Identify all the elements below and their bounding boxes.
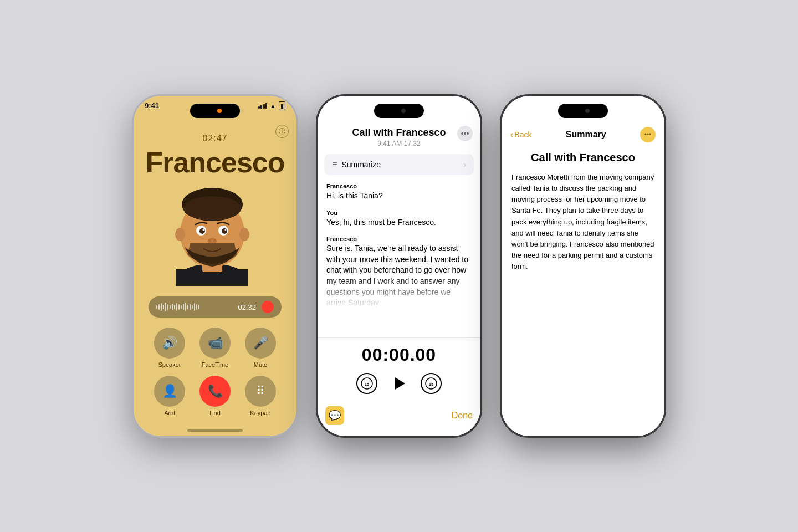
home-indicator-3 bbox=[555, 429, 611, 432]
wifi-icon-1: ▲ bbox=[270, 103, 276, 109]
status-icons-1: ▲ ▮ bbox=[258, 101, 285, 110]
end-btn-circle: 📞 bbox=[200, 376, 231, 407]
back-label: Back bbox=[514, 130, 531, 139]
summarize-left: ≡ Summarize bbox=[332, 160, 381, 170]
phone-1: 9:41 ▲ ▮ ⓘ 02:47 Francesco bbox=[132, 94, 298, 438]
playback-time: 00:00.00 bbox=[362, 345, 436, 365]
mute-label: Mute bbox=[254, 361, 267, 368]
speaker-label: Speaker bbox=[158, 361, 181, 368]
svg-text:15: 15 bbox=[429, 382, 433, 386]
svg-point-15 bbox=[208, 239, 211, 243]
svg-point-5 bbox=[183, 196, 241, 221]
summarize-icon: ≡ bbox=[332, 160, 337, 170]
rec-time: 02:32 bbox=[238, 303, 256, 311]
svg-point-7 bbox=[239, 228, 249, 241]
camera-dot-3 bbox=[585, 109, 590, 113]
back-chevron-icon: ‹ bbox=[510, 130, 513, 140]
signal-bars-3 bbox=[626, 103, 636, 109]
phone-3: 9:41 ▲ ▮ ‹ Back Summary ••• bbox=[500, 94, 666, 438]
wifi-icon-2: ▲ bbox=[454, 103, 460, 109]
svg-point-11 bbox=[222, 228, 227, 234]
speaker-2: You bbox=[326, 209, 472, 216]
done-button[interactable]: Done bbox=[452, 411, 473, 421]
transcript: Francesco Hi, is this Tania? You Yes, hi… bbox=[318, 175, 480, 337]
home-indicator-2 bbox=[371, 429, 427, 432]
forward-button[interactable]: 15 bbox=[421, 373, 442, 394]
transcript-text-1: Hi, is this Tania? bbox=[326, 191, 472, 202]
call-buttons-row1: 🔊 Speaker 📹 FaceTime 🎤 Mute bbox=[152, 328, 278, 368]
svg-point-10 bbox=[200, 228, 205, 234]
status-icons-3: ▲ ▮ bbox=[626, 101, 653, 110]
summary-content: Call with Francesco Francesco Moretti fr… bbox=[502, 142, 664, 436]
status-time-1: 9:41 bbox=[145, 101, 159, 110]
summarize-chevron-icon: › bbox=[463, 160, 466, 169]
keypad-button[interactable]: ⠿ Keypad bbox=[243, 376, 278, 416]
add-button[interactable]: 👤 Add bbox=[152, 376, 187, 416]
back-button[interactable]: ‹ Back bbox=[510, 130, 531, 140]
home-indicator-1 bbox=[187, 429, 243, 432]
svg-point-12 bbox=[203, 229, 204, 231]
avatar-container bbox=[168, 183, 262, 289]
add-btn-circle: 👤 bbox=[154, 376, 185, 407]
svg-point-16 bbox=[213, 239, 217, 243]
phone-1-screen: 9:41 ▲ ▮ ⓘ 02:47 Francesco bbox=[134, 96, 296, 436]
keypad-label: Keypad bbox=[250, 410, 270, 416]
keypad-btn-circle: ⠿ bbox=[245, 376, 276, 407]
caller-name: Francesco bbox=[145, 146, 284, 179]
waveform bbox=[156, 303, 232, 311]
transcript-text-3: Sure is. Tania, we're all ready to assis… bbox=[326, 243, 472, 309]
summary-header-title: Summary bbox=[566, 130, 606, 140]
speaker-button[interactable]: 🔊 Speaker bbox=[152, 328, 187, 368]
phone-2: 9:41 ▲ ▮ Call with Francesco 9:41 AM 17:… bbox=[316, 94, 482, 438]
svg-point-6 bbox=[175, 228, 185, 241]
svg-text:15: 15 bbox=[365, 382, 369, 386]
forward-icon: 15 bbox=[425, 377, 437, 390]
speaker-1: Francesco bbox=[326, 183, 472, 190]
signal-bars-1 bbox=[258, 103, 268, 109]
summary-body-text: Francesco Moretti from the moving compan… bbox=[511, 172, 654, 272]
dynamic-island-2 bbox=[374, 104, 424, 118]
screen-subtitle-2: 9:41 AM 17:32 bbox=[326, 140, 472, 147]
mute-button[interactable]: 🎤 Mute bbox=[243, 328, 278, 368]
status-time-3: 9:41 bbox=[513, 101, 527, 110]
memoji-svg bbox=[168, 183, 257, 286]
transcript-text-2: Yes, hi, this must be Francesco. bbox=[326, 217, 472, 228]
playback-controls: 15 15 bbox=[356, 373, 442, 394]
camera-dot-1 bbox=[217, 109, 222, 113]
battery-icon-1: ▮ bbox=[279, 101, 285, 110]
dynamic-island-3 bbox=[558, 104, 608, 118]
rewind-button[interactable]: 15 bbox=[356, 373, 377, 394]
recording-bar: 02:32 bbox=[149, 296, 282, 318]
mute-btn-circle: 🎤 bbox=[245, 328, 276, 359]
summary-call-title: Call with Francesco bbox=[511, 151, 654, 164]
dynamic-island-1 bbox=[190, 104, 240, 118]
call-timer: 02:47 bbox=[202, 134, 227, 144]
status-icons-2: ▲ ▮ bbox=[442, 101, 469, 110]
play-icon bbox=[395, 377, 405, 390]
call-buttons-row2: 👤 Add 📞 End ⠿ Keypad bbox=[152, 376, 278, 416]
more-button-2[interactable]: ••• bbox=[457, 126, 473, 141]
facetime-button[interactable]: 📹 FaceTime bbox=[197, 328, 233, 368]
more-button-3[interactable]: ••• bbox=[640, 127, 656, 142]
add-label: Add bbox=[164, 410, 175, 416]
facetime-btn-circle: 📹 bbox=[200, 328, 231, 359]
play-button[interactable] bbox=[393, 377, 405, 390]
info-button[interactable]: ⓘ bbox=[275, 125, 289, 138]
phone-3-screen: 9:41 ▲ ▮ ‹ Back Summary ••• bbox=[502, 96, 664, 436]
summarize-label: Summarize bbox=[341, 160, 381, 169]
playback-section: 00:00.00 15 15 bbox=[318, 337, 480, 406]
camera-dot-2 bbox=[401, 109, 406, 113]
signal-bars-2 bbox=[442, 103, 452, 109]
svg-point-13 bbox=[225, 229, 227, 231]
screen-title-2: Call with Francesco bbox=[326, 127, 472, 139]
end-button[interactable]: 📞 End bbox=[197, 376, 233, 416]
battery-icon-2: ▮ bbox=[463, 101, 469, 110]
summarize-bar[interactable]: ≡ Summarize › bbox=[324, 154, 474, 175]
wifi-icon-3: ▲ bbox=[638, 103, 644, 109]
phone-2-screen: 9:41 ▲ ▮ Call with Francesco 9:41 AM 17:… bbox=[318, 96, 480, 436]
battery-icon-3: ▮ bbox=[647, 101, 653, 110]
speaker-3: Francesco bbox=[326, 236, 472, 242]
rewind-icon: 15 bbox=[361, 377, 373, 390]
record-dot bbox=[262, 301, 274, 313]
speech-bubble-icon[interactable]: 💬 bbox=[325, 406, 344, 425]
